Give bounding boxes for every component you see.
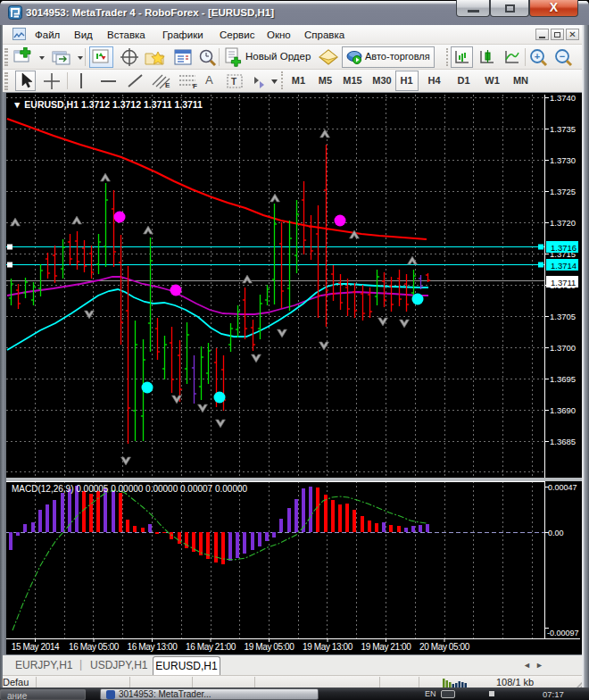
svg-text:F: F [193,82,197,89]
svg-text:0.00047: 0.00047 [548,483,577,492]
svg-text:1.3740: 1.3740 [550,93,576,103]
svg-text:20 May 05:00: 20 May 05:00 [419,642,470,652]
svg-text:▼ EURUSD,H1 1.3712 1.3712 1.3: ▼ EURUSD,H1 1.3712 1.3712 1.3711 1.3711 [12,99,203,110]
svg-text:19 May 05:00: 19 May 05:00 [245,642,295,652]
svg-text:+: + [535,51,540,62]
svg-text:16 May 21:00: 16 May 21:00 [186,642,236,652]
svg-text:16 May 05:00: 16 May 05:00 [69,642,120,652]
svg-text:1.3735: 1.3735 [550,124,576,134]
svg-text:1.3690: 1.3690 [550,405,576,415]
svg-text:T: T [231,77,236,87]
svg-text:-0.00097: -0.00097 [547,629,579,638]
svg-text:1.3716: 1.3716 [551,243,577,253]
svg-text:1.3720: 1.3720 [550,218,576,228]
svg-text:15 May 2014: 15 May 2014 [12,642,60,652]
svg-text:0.00: 0.00 [548,529,564,538]
svg-text:E: E [165,81,170,89]
svg-text:1.3711: 1.3711 [551,278,576,288]
svg-text:1.3714: 1.3714 [551,261,577,271]
svg-text:1.3705: 1.3705 [550,312,576,321]
svg-text:19 May 13:00: 19 May 13:00 [303,642,353,652]
svg-text:1.3730: 1.3730 [550,155,576,165]
svg-text:MACD(12,26,9) 0.00005 0.00000: MACD(12,26,9) 0.00005 0.00000 0.00000 0.… [12,484,248,494]
svg-text:1.3700: 1.3700 [550,343,576,353]
svg-text:1.3695: 1.3695 [550,374,576,384]
svg-text:1.3725: 1.3725 [550,187,576,196]
svg-text:16 May 13:00: 16 May 13:00 [128,642,178,652]
svg-text:−: − [560,51,565,62]
svg-text:19 May 21:00: 19 May 21:00 [361,642,412,652]
svg-text:1.3685: 1.3685 [550,437,576,446]
